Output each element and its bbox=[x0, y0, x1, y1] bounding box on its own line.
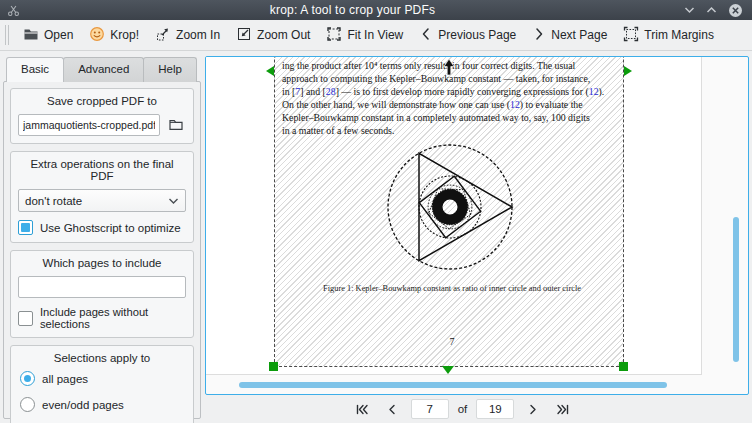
content-area: Basic Advanced Help Save cropped PDF to bbox=[0, 51, 752, 423]
ghostscript-row[interactable]: Use Ghostscript to optimize bbox=[18, 220, 186, 235]
of-label: of bbox=[458, 403, 468, 415]
minimize-icon[interactable] bbox=[684, 6, 695, 14]
output-filename-input[interactable] bbox=[18, 114, 160, 136]
basic-tab-panel: Save cropped PDF to Extra operations on … bbox=[3, 81, 201, 419]
smiley-icon bbox=[89, 26, 105, 45]
include-pages-row[interactable]: Include pages without selections bbox=[18, 306, 186, 330]
browse-file-button[interactable] bbox=[166, 114, 186, 136]
selection-handle-left[interactable] bbox=[266, 66, 274, 76]
titlebar[interactable]: krop: A tool to crop your PDFs bbox=[0, 0, 752, 20]
include-pages-label: Include pages without selections bbox=[40, 306, 186, 330]
current-page-input[interactable]: 7 bbox=[411, 399, 449, 419]
pages-group-title: Which pages to include bbox=[18, 257, 186, 269]
ghostscript-label: Use Ghostscript to optimize bbox=[40, 222, 181, 234]
scissors-app-icon bbox=[7, 3, 21, 17]
selection-handle-right[interactable] bbox=[624, 66, 632, 76]
folder-icon bbox=[168, 116, 184, 135]
main-toolbar: Open Krop! Zoom In Zoom Out Fit In View bbox=[0, 20, 752, 51]
mouse-cursor bbox=[443, 59, 455, 80]
next-page-button[interactable]: Next Page bbox=[524, 23, 615, 48]
first-page-button[interactable] bbox=[351, 401, 373, 418]
preview-pane: ing the product after 10⁴ terms only res… bbox=[203, 51, 752, 423]
close-icon[interactable] bbox=[728, 3, 743, 18]
previous-page-nav-button[interactable] bbox=[382, 401, 402, 418]
sidebar-tabs: Basic Advanced Help bbox=[6, 57, 196, 82]
last-page-button[interactable] bbox=[552, 401, 574, 418]
chevron-left-icon bbox=[419, 27, 433, 44]
krop-button[interactable]: Krop! bbox=[81, 22, 147, 49]
page-navigation-bar: 7 of 19 bbox=[203, 395, 752, 423]
zoom-in-icon bbox=[155, 26, 171, 45]
save-group-title: Save cropped PDF to bbox=[18, 95, 186, 107]
pdf-page: ing the product after 10⁴ terms only res… bbox=[206, 57, 702, 375]
zoom-in-button[interactable]: Zoom In bbox=[147, 22, 228, 49]
vertical-scrollbar-thumb[interactable] bbox=[733, 217, 739, 362]
previous-page-button[interactable]: Previous Page bbox=[411, 23, 524, 48]
fit-in-view-icon bbox=[326, 26, 342, 45]
ghostscript-checkbox[interactable] bbox=[18, 220, 33, 235]
chevron-down-icon bbox=[168, 195, 179, 207]
pdf-page-number: 7 bbox=[282, 336, 622, 347]
radio-all-pages-control[interactable] bbox=[20, 371, 35, 386]
zoom-out-icon bbox=[236, 26, 252, 45]
pages-to-include-input[interactable] bbox=[18, 276, 186, 298]
figure-caption: Figure 1: Kepler–Bouwkamp constant as ra… bbox=[282, 284, 622, 293]
selections-group-title: Selections apply to bbox=[18, 352, 186, 364]
toolbar-drag-handle[interactable] bbox=[5, 25, 10, 45]
trim-margins-button[interactable]: Trim Margins bbox=[615, 22, 722, 49]
settings-sidebar: Basic Advanced Help Save cropped PDF to bbox=[0, 51, 203, 423]
radio-even-odd-pages[interactable]: even/odd pages bbox=[20, 397, 186, 412]
selection-handle-bottom-right[interactable] bbox=[619, 362, 628, 371]
selection-handle-bottom[interactable] bbox=[442, 366, 454, 374]
folder-open-icon bbox=[23, 26, 39, 45]
selections-group: Selections apply to all pages even/odd p… bbox=[10, 345, 194, 423]
krop-window: krop: A tool to crop your PDFs Open bbox=[0, 0, 752, 423]
fit-in-view-button[interactable]: Fit In View bbox=[318, 22, 411, 49]
pdf-preview-viewport[interactable]: ing the product after 10⁴ terms only res… bbox=[205, 56, 749, 395]
extra-group-title: Extra operations on the final PDF bbox=[18, 158, 186, 182]
save-group: Save cropped PDF to bbox=[10, 88, 194, 144]
trim-margins-icon bbox=[623, 26, 639, 45]
radio-all-pages[interactable]: all pages bbox=[20, 371, 186, 386]
zoom-out-button[interactable]: Zoom Out bbox=[228, 22, 318, 49]
rotate-dropdown[interactable]: don't rotate bbox=[18, 189, 186, 212]
extra-operations-group: Extra operations on the final PDF don't … bbox=[10, 151, 194, 243]
horizontal-scrollbar-thumb[interactable] bbox=[239, 382, 667, 388]
kepler-bouwkamp-figure bbox=[380, 137, 520, 281]
window-title: krop: A tool to crop your PDFs bbox=[21, 3, 684, 17]
selection-handle-bottom-left[interactable] bbox=[269, 362, 278, 371]
rotate-dropdown-value: don't rotate bbox=[25, 195, 168, 207]
tab-help[interactable]: Help bbox=[143, 57, 197, 82]
chevron-right-icon bbox=[532, 27, 546, 44]
total-pages-input[interactable]: 19 bbox=[476, 399, 514, 419]
tab-advanced[interactable]: Advanced bbox=[63, 57, 144, 82]
open-button[interactable]: Open bbox=[15, 22, 81, 49]
include-pages-checkbox[interactable] bbox=[18, 311, 33, 326]
pages-group: Which pages to include Include pages wit… bbox=[10, 250, 194, 338]
maximize-icon[interactable] bbox=[706, 6, 717, 14]
radio-even-odd-control[interactable] bbox=[20, 397, 35, 412]
next-page-nav-button[interactable] bbox=[523, 401, 543, 418]
tab-basic[interactable]: Basic bbox=[6, 57, 64, 82]
